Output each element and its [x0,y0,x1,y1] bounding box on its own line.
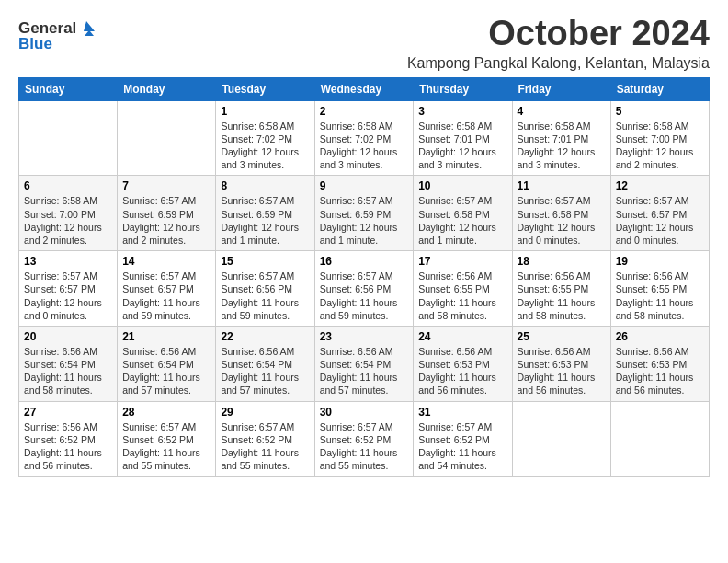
day-number: 20 [24,330,112,343]
day-number: 18 [518,255,606,268]
calendar-cell [512,401,610,477]
day-number: 12 [616,179,704,192]
calendar-cell: 8Sunrise: 6:57 AMSunset: 6:59 PMDaylight… [216,176,314,251]
logo: General Blue [18,18,97,53]
weekday-header-row: SundayMondayTuesdayWednesdayThursdayFrid… [19,77,710,100]
day-number: 6 [24,179,112,192]
calendar-cell: 5Sunrise: 6:58 AMSunset: 7:00 PMDaylight… [610,100,709,176]
calendar-cell: 22Sunrise: 6:56 AMSunset: 6:54 PMDayligh… [216,326,314,401]
day-number: 16 [320,255,409,268]
day-info: Sunrise: 6:58 AMSunset: 7:00 PMDaylight:… [616,120,704,172]
weekday-header-tuesday: Tuesday [216,77,314,100]
day-info: Sunrise: 6:56 AMSunset: 6:54 PMDaylight:… [320,345,409,397]
calendar-cell: 2Sunrise: 6:58 AMSunset: 7:02 PMDaylight… [314,100,414,176]
week-row-3: 13Sunrise: 6:57 AMSunset: 6:57 PMDayligh… [19,251,710,327]
day-number: 31 [418,406,506,419]
location-title: Kampong Pangkal Kalong, Kelantan, Malays… [407,55,710,72]
day-number: 29 [221,406,309,419]
calendar-cell: 14Sunrise: 6:57 AMSunset: 6:57 PMDayligh… [118,251,216,327]
day-info: Sunrise: 6:57 AMSunset: 6:59 PMDaylight:… [221,194,309,247]
weekday-header-wednesday: Wednesday [314,77,414,100]
day-number: 26 [616,330,704,343]
day-number: 27 [24,406,112,419]
calendar-cell: 13Sunrise: 6:57 AMSunset: 6:57 PMDayligh… [19,251,118,327]
calendar-cell [118,100,216,176]
day-number: 7 [122,179,210,192]
day-info: Sunrise: 6:57 AMSunset: 6:59 PMDaylight:… [122,194,210,247]
day-number: 14 [122,255,210,268]
calendar-table: SundayMondayTuesdayWednesdayThursdayFrid… [18,77,710,477]
calendar-cell: 24Sunrise: 6:56 AMSunset: 6:53 PMDayligh… [414,326,512,401]
day-number: 25 [518,330,606,343]
calendar-cell: 23Sunrise: 6:56 AMSunset: 6:54 PMDayligh… [314,326,414,401]
day-info: Sunrise: 6:58 AMSunset: 7:01 PMDaylight:… [418,120,506,172]
calendar-cell: 21Sunrise: 6:56 AMSunset: 6:54 PMDayligh… [118,326,216,401]
day-number: 24 [418,330,506,343]
calendar-cell: 18Sunrise: 6:56 AMSunset: 6:55 PMDayligh… [512,251,610,327]
day-info: Sunrise: 6:56 AMSunset: 6:55 PMDaylight:… [418,270,506,322]
day-info: Sunrise: 6:56 AMSunset: 6:55 PMDaylight:… [518,270,606,322]
logo-icon [77,18,97,39]
calendar-cell: 16Sunrise: 6:57 AMSunset: 6:56 PMDayligh… [314,251,414,327]
calendar-cell: 19Sunrise: 6:56 AMSunset: 6:55 PMDayligh… [610,251,709,327]
calendar-cell: 26Sunrise: 6:56 AMSunset: 6:53 PMDayligh… [610,326,709,401]
day-number: 15 [221,255,309,268]
day-number: 10 [418,179,506,192]
day-info: Sunrise: 6:57 AMSunset: 6:57 PMDaylight:… [122,270,210,322]
calendar-cell: 3Sunrise: 6:58 AMSunset: 7:01 PMDaylight… [414,100,512,176]
day-info: Sunrise: 6:58 AMSunset: 7:02 PMDaylight:… [221,120,309,172]
logo-blue: Blue [18,35,52,53]
day-info: Sunrise: 6:56 AMSunset: 6:55 PMDaylight:… [616,270,704,322]
calendar-cell: 9Sunrise: 6:57 AMSunset: 6:59 PMDaylight… [314,176,414,251]
week-row-5: 27Sunrise: 6:56 AMSunset: 6:52 PMDayligh… [19,401,710,477]
week-row-4: 20Sunrise: 6:56 AMSunset: 6:54 PMDayligh… [19,326,710,401]
calendar-cell [610,401,709,477]
day-number: 2 [320,105,409,118]
day-info: Sunrise: 6:57 AMSunset: 6:56 PMDaylight:… [221,270,309,322]
day-info: Sunrise: 6:57 AMSunset: 6:57 PMDaylight:… [616,194,704,247]
calendar-cell: 15Sunrise: 6:57 AMSunset: 6:56 PMDayligh… [216,251,314,327]
calendar-cell: 20Sunrise: 6:56 AMSunset: 6:54 PMDayligh… [19,326,118,401]
week-row-2: 6Sunrise: 6:58 AMSunset: 7:00 PMDaylight… [19,176,710,251]
day-info: Sunrise: 6:56 AMSunset: 6:53 PMDaylight:… [518,345,606,397]
svg-marker-0 [84,21,95,36]
day-info: Sunrise: 6:58 AMSunset: 7:00 PMDaylight:… [24,194,112,247]
day-info: Sunrise: 6:57 AMSunset: 6:52 PMDaylight:… [122,420,210,473]
calendar-cell: 10Sunrise: 6:57 AMSunset: 6:58 PMDayligh… [414,176,512,251]
day-info: Sunrise: 6:57 AMSunset: 6:56 PMDaylight:… [320,270,409,322]
day-number: 17 [418,255,506,268]
calendar-cell: 28Sunrise: 6:57 AMSunset: 6:52 PMDayligh… [118,401,216,477]
day-info: Sunrise: 6:57 AMSunset: 6:57 PMDaylight:… [24,270,112,322]
calendar-cell: 1Sunrise: 6:58 AMSunset: 7:02 PMDaylight… [216,100,314,176]
weekday-header-monday: Monday [118,77,216,100]
day-number: 22 [221,330,309,343]
day-info: Sunrise: 6:56 AMSunset: 6:54 PMDaylight:… [122,345,210,397]
day-number: 23 [320,330,409,343]
calendar-cell: 31Sunrise: 6:57 AMSunset: 6:52 PMDayligh… [414,401,512,477]
day-number: 19 [616,255,704,268]
day-number: 30 [320,406,409,419]
day-info: Sunrise: 6:57 AMSunset: 6:52 PMDaylight:… [221,420,309,473]
calendar-cell: 17Sunrise: 6:56 AMSunset: 6:55 PMDayligh… [414,251,512,327]
weekday-header-saturday: Saturday [610,77,709,100]
day-info: Sunrise: 6:57 AMSunset: 6:52 PMDaylight:… [418,420,506,473]
day-number: 11 [518,179,606,192]
calendar-cell: 27Sunrise: 6:56 AMSunset: 6:52 PMDayligh… [19,401,118,477]
weekday-header-friday: Friday [512,77,610,100]
day-number: 1 [221,105,309,118]
day-info: Sunrise: 6:56 AMSunset: 6:52 PMDaylight:… [24,420,112,473]
day-info: Sunrise: 6:57 AMSunset: 6:59 PMDaylight:… [320,194,409,247]
day-info: Sunrise: 6:56 AMSunset: 6:53 PMDaylight:… [418,345,506,397]
calendar-cell: 25Sunrise: 6:56 AMSunset: 6:53 PMDayligh… [512,326,610,401]
day-number: 13 [24,255,112,268]
day-info: Sunrise: 6:57 AMSunset: 6:52 PMDaylight:… [320,420,409,473]
day-number: 21 [122,330,210,343]
month-title: October 2024 [407,15,710,53]
calendar-cell: 11Sunrise: 6:57 AMSunset: 6:58 PMDayligh… [512,176,610,251]
calendar-cell: 30Sunrise: 6:57 AMSunset: 6:52 PMDayligh… [314,401,414,477]
day-number: 8 [221,179,309,192]
day-info: Sunrise: 6:56 AMSunset: 6:54 PMDaylight:… [24,345,112,397]
calendar-cell: 7Sunrise: 6:57 AMSunset: 6:59 PMDaylight… [118,176,216,251]
day-number: 3 [418,105,506,118]
day-info: Sunrise: 6:57 AMSunset: 6:58 PMDaylight:… [418,194,506,247]
